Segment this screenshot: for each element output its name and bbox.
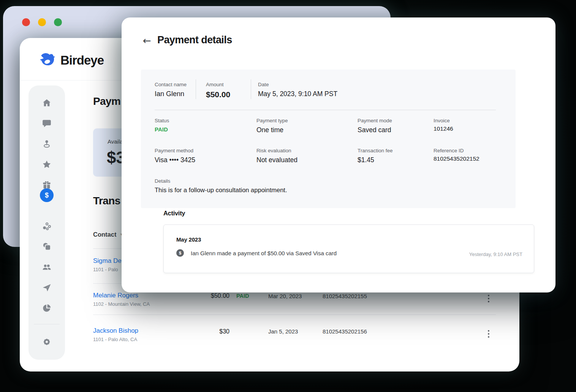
field-value: Visa •••• 3425	[155, 156, 195, 164]
activity-card: May 2023 $ Ian Glenn made a payment of $…	[163, 224, 534, 273]
field-value: $1.45	[358, 156, 393, 164]
payment-dollar-icon: $	[176, 249, 184, 257]
risk-evaluation-field: Risk evaluation Not evaluated	[256, 148, 297, 164]
minimize-window-button[interactable]	[38, 18, 46, 26]
field-label: Reference ID	[434, 148, 479, 153]
reference-cell: 81025435202155	[323, 293, 367, 299]
activity-month: May 2023	[176, 236, 201, 243]
field-value: $50.00	[206, 90, 251, 99]
contact-column-header[interactable]: Contact ▼	[93, 231, 123, 238]
field-label: Payment method	[155, 148, 195, 153]
activity-heading: Activity	[163, 210, 185, 217]
field-label: Invoice	[434, 118, 453, 123]
date-cell: Mar 20, 2023	[268, 293, 302, 299]
kebab-menu-button[interactable]	[486, 329, 491, 339]
field-label: Payment mode	[358, 118, 392, 123]
table-divider	[93, 315, 496, 315]
sidebar-nav: $	[28, 85, 65, 360]
back-arrow-icon[interactable]: ←	[143, 36, 151, 46]
field-value: Ian Glenn	[155, 90, 196, 98]
summary-row: Contact name Ian Glenn Amount $50.00 Dat…	[141, 79, 337, 99]
pages-icon[interactable]	[42, 242, 52, 251]
panel-divider	[155, 110, 496, 110]
transaction-fee-field: Transaction fee $1.45	[358, 148, 393, 164]
activity-event-text: Ian Glenn made a payment of $50.00 via S…	[191, 250, 337, 256]
payment-details-modal: ← Payment details Contact name Ian Glenn…	[122, 17, 555, 292]
settings-gear-icon[interactable]	[42, 337, 52, 347]
send-icon[interactable]	[42, 283, 52, 292]
close-window-button[interactable]	[22, 18, 30, 26]
amount-cell: $50.00	[182, 292, 229, 299]
kebab-menu-button[interactable]	[486, 293, 491, 304]
people-icon[interactable]	[42, 262, 52, 272]
field-value: 81025435202152	[434, 155, 479, 162]
location-pin-icon[interactable]	[42, 139, 52, 149]
contact-sub: 1102 - Mountain View, CA	[93, 301, 150, 307]
field-label: Contact name	[155, 82, 196, 87]
reference-cell: 81025435202156	[323, 328, 367, 335]
window-controls	[22, 18, 62, 26]
field-value: Saved card	[358, 126, 392, 134]
amount-cell: $30	[182, 328, 229, 335]
brand-name: Birdeye	[60, 53, 104, 68]
social-bubbles-icon[interactable]	[42, 221, 52, 231]
home-icon[interactable]	[42, 98, 52, 108]
payment-summary-panel: Contact name Ian Glenn Amount $50.00 Dat…	[141, 70, 516, 208]
pie-chart-icon[interactable]	[42, 303, 52, 313]
field-value: 101246	[434, 125, 453, 132]
field-value: May 5, 2023, 9:10 AM PST	[258, 90, 337, 98]
field-label: Date	[258, 82, 337, 87]
payment-mode-field: Payment mode Saved card	[358, 118, 392, 134]
contact-link[interactable]: Melanie Rogers	[93, 292, 138, 299]
reference-id-field: Reference ID 81025435202152	[434, 148, 479, 162]
field-label: Details	[155, 178, 287, 184]
activity-timestamp: Yesterday, 9:10 AM PST	[469, 251, 522, 257]
payment-type-field: Payment type One time	[256, 118, 288, 134]
field-label: Transaction fee	[358, 148, 393, 153]
screenshot-stage: Birdeye $	[0, 0, 576, 392]
details-field: Details This is for a follow-up consulta…	[155, 178, 287, 194]
zoom-window-button[interactable]	[54, 18, 62, 26]
chat-icon[interactable]	[42, 119, 52, 128]
modal-title: Payment details	[157, 34, 232, 46]
summary-date: Date May 5, 2023, 9:10 AM PST	[251, 79, 337, 99]
page-title: Paym	[93, 95, 120, 107]
sidebar-divider	[34, 324, 60, 324]
birdeye-bird-icon	[39, 52, 56, 69]
date-cell: Jan 5, 2023	[268, 328, 298, 335]
status-field: Status PAID	[155, 118, 169, 133]
details-text: This is for a follow-up consultation app…	[155, 187, 287, 194]
contact-sub: 1101 - Palo	[93, 267, 118, 272]
star-icon[interactable]	[42, 160, 52, 169]
invoice-field: Invoice 101246	[434, 118, 453, 132]
balance-label: Availa	[108, 138, 123, 145]
payments-dollar-icon[interactable]: $	[40, 188, 54, 202]
summary-contact: Contact name Ian Glenn	[141, 79, 196, 99]
contact-link[interactable]: Sigma De	[93, 257, 122, 265]
field-value: Not evaluated	[256, 156, 297, 164]
field-value: One time	[256, 126, 288, 134]
status-badge: PAID	[236, 293, 249, 299]
summary-amount: Amount $50.00	[196, 79, 251, 99]
field-label: Risk evaluation	[256, 148, 297, 153]
field-label: Status	[155, 118, 169, 123]
birdeye-logo[interactable]: Birdeye	[39, 52, 104, 69]
contact-header-label: Contact	[93, 231, 116, 238]
activity-event-row: $ Ian Glenn made a payment of $50.00 via…	[176, 249, 337, 257]
field-label: Payment type	[256, 118, 288, 123]
field-label: Amount	[206, 82, 251, 87]
payment-method-field: Payment method Visa •••• 3425	[155, 148, 195, 164]
contact-sub: 1101 - Palo Alto, CA	[93, 337, 137, 342]
contact-link[interactable]: Jackson Bishop	[93, 327, 138, 335]
status-badge: PAID	[155, 126, 169, 133]
transactions-title: Trans	[93, 195, 120, 207]
